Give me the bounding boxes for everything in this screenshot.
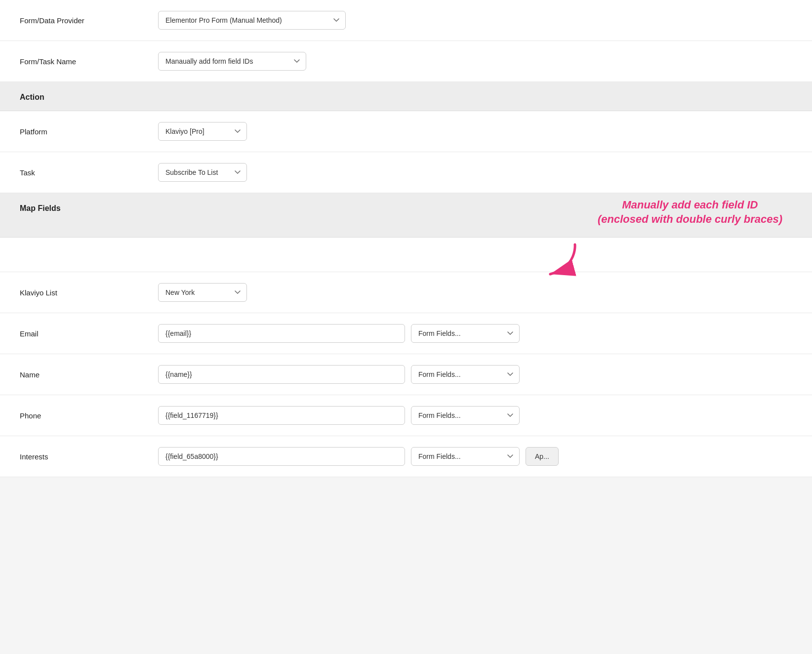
task-name-row: Form/Task Name Manaually add form field …	[0, 41, 812, 82]
name-label: Name	[20, 370, 158, 379]
task-name-control: Manaually add form field IDs	[158, 52, 792, 71]
platform-label: Platform	[20, 127, 158, 136]
provider-select[interactable]: Elementor Pro Form (Manual Method)	[158, 11, 346, 30]
action-title: Action	[20, 91, 44, 102]
name-control: Form Fields...	[158, 365, 792, 384]
map-fields-title: Map Fields	[20, 202, 61, 213]
name-row: Name Form Fields...	[0, 354, 812, 395]
klaviyo-list-row: Klaviyo List New York	[0, 272, 812, 313]
annotation-box: Manually add each field ID (enclosed wit…	[598, 198, 782, 226]
platform-control: Klaviyo [Pro]	[158, 122, 792, 141]
name-input[interactable]	[158, 365, 405, 384]
task-row: Task Subscribe To List	[0, 152, 812, 193]
email-label: Email	[20, 329, 158, 338]
task-name-label: Form/Task Name	[20, 57, 158, 66]
annotation-line1: Manually add each field ID	[598, 198, 782, 212]
name-form-fields-select[interactable]: Form Fields...	[411, 365, 520, 384]
platform-select[interactable]: Klaviyo [Pro]	[158, 122, 247, 141]
email-input[interactable]	[158, 324, 405, 343]
provider-label: Form/Data Provider	[20, 16, 158, 25]
provider-row: Form/Data Provider Elementor Pro Form (M…	[0, 0, 812, 41]
phone-form-fields-select[interactable]: Form Fields...	[411, 406, 520, 425]
phone-control: Form Fields...	[158, 406, 792, 425]
platform-row: Platform Klaviyo [Pro]	[0, 111, 812, 152]
phone-row: Phone Form Fields...	[0, 395, 812, 436]
task-name-select[interactable]: Manaually add form field IDs	[158, 52, 306, 71]
provider-control: Elementor Pro Form (Manual Method)	[158, 11, 792, 30]
interests-control: Form Fields... Ap...	[158, 447, 792, 466]
klaviyo-list-select[interactable]: New York	[158, 283, 247, 302]
interests-input[interactable]	[158, 447, 405, 466]
panel: Form/Data Provider Elementor Pro Form (M…	[0, 0, 812, 654]
klaviyo-list-control: New York	[158, 283, 792, 302]
email-control: Form Fields...	[158, 324, 792, 343]
task-label: Task	[20, 168, 158, 177]
apply-button[interactable]: Ap...	[526, 447, 559, 466]
annotation-line2: (enclosed with double curly braces)	[598, 212, 782, 227]
phone-input[interactable]	[158, 406, 405, 425]
phone-label: Phone	[20, 411, 158, 420]
interests-row: Interests Form Fields... Ap...	[0, 436, 812, 477]
task-select[interactable]: Subscribe To List	[158, 163, 247, 182]
email-row: Email Form Fields...	[0, 313, 812, 354]
map-fields-section-header: Map Fields Manually add each field ID (e…	[0, 193, 812, 238]
interests-label: Interests	[20, 452, 158, 461]
klaviyo-list-label: Klaviyo List	[20, 288, 158, 297]
arrow-icon	[540, 242, 585, 282]
interests-form-fields-select[interactable]: Form Fields...	[411, 447, 520, 466]
task-control: Subscribe To List	[158, 163, 792, 182]
email-form-fields-select[interactable]: Form Fields...	[411, 324, 520, 343]
action-section-header: Action	[0, 82, 812, 111]
